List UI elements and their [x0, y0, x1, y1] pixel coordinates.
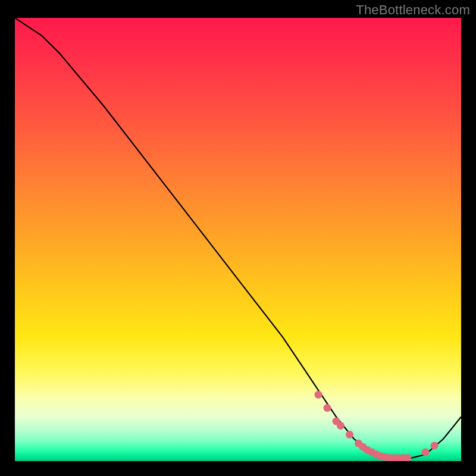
main-curve	[15, 18, 461, 459]
plot-overlay	[15, 18, 461, 461]
watermark-text: TheBottleneck.com	[356, 2, 470, 18]
highlight-marker	[315, 391, 322, 399]
highlight-marker	[337, 422, 345, 430]
highlight-marker	[422, 449, 430, 456]
highlight-marker	[324, 404, 331, 412]
highlight-marker	[346, 431, 353, 439]
chart-frame: TheBottleneck.com	[0, 0, 476, 476]
marker-group	[315, 391, 439, 461]
highlight-marker	[431, 441, 439, 449]
